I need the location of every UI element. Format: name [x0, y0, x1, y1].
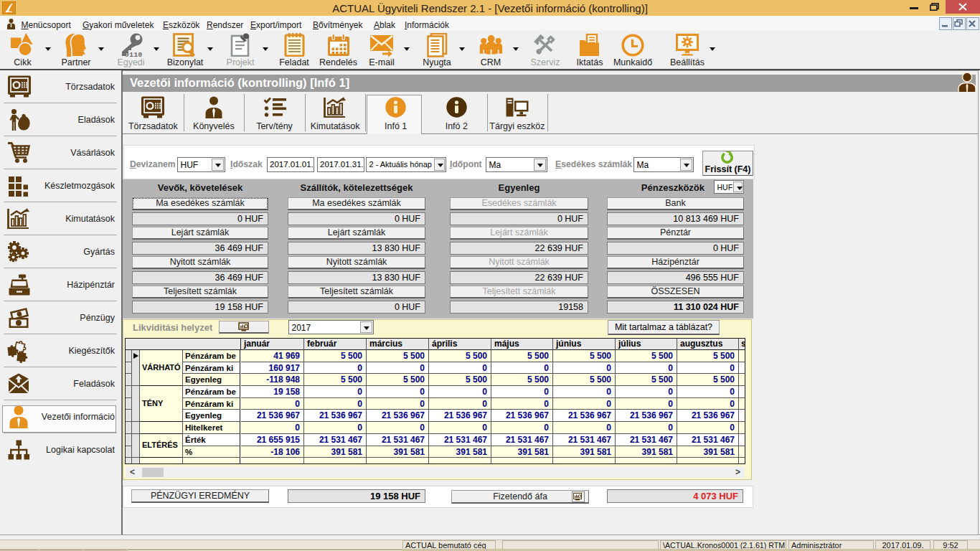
svg-text:0110: 0110 [125, 51, 143, 57]
